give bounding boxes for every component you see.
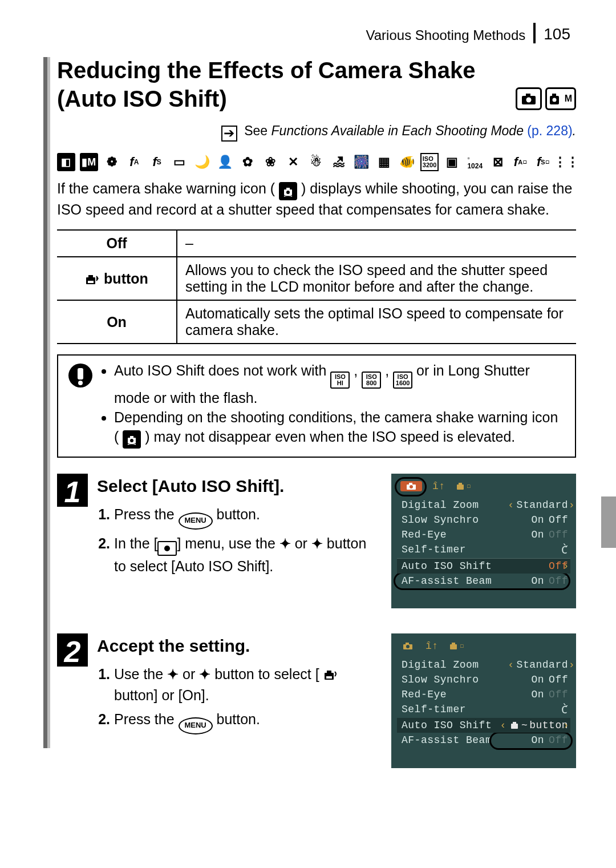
svg-rect-13 <box>78 368 83 380</box>
lcd-label: Self-timer <box>402 544 466 556</box>
note-item: Depending on the shooting conditions, th… <box>114 408 566 449</box>
lcd-label: Digital Zoom <box>402 659 479 671</box>
mode-badges: M <box>516 87 576 110</box>
note-text: , <box>354 362 362 378</box>
running-header: Various Shooting Methods 105 <box>40 23 576 43</box>
mode-icon: ▫1024 <box>466 153 484 171</box>
lcd-on: On <box>531 529 544 540</box>
note-text: Auto ISO Shift does not work with <box>114 362 330 378</box>
lcd-on: On <box>531 674 544 685</box>
table-row: Off – <box>57 230 576 257</box>
title-line-2: (Auto ISO Shift) <box>57 84 227 113</box>
print-share-icon <box>323 669 338 681</box>
see-label: See <box>244 123 268 138</box>
mode-icon: 🎆 <box>352 153 371 171</box>
mode-icon: 🌙 <box>193 153 212 171</box>
note-text: , <box>385 362 393 378</box>
mode-icon: fS <box>148 153 166 171</box>
svg-point-17 <box>130 439 133 442</box>
section-name: Various Shooting Methods <box>366 27 526 43</box>
callout-circle-tab <box>395 477 427 496</box>
svg-rect-25 <box>326 676 332 679</box>
lcd-off: Off <box>549 674 568 685</box>
substep-text: or <box>295 535 311 551</box>
rec-menu-icon <box>157 541 177 556</box>
mode-icon: ⋮⋮ <box>557 153 576 171</box>
page-edge-decoration <box>43 57 50 748</box>
svg-rect-21 <box>457 485 464 490</box>
substep-text: button. <box>217 506 260 522</box>
lcd-label: Self-timer <box>402 704 466 716</box>
substep-text: Press the <box>114 711 179 727</box>
up-arrow-icon: ✦ <box>279 536 291 551</box>
camera-shake-warning-icon <box>123 430 141 449</box>
substep-text: or <box>183 666 199 682</box>
menu-button-icon: MENU <box>179 512 213 530</box>
substep-text: In the [ <box>114 535 157 551</box>
substep-text: Press the <box>114 506 179 522</box>
svg-rect-7 <box>286 188 290 190</box>
shooting-mode-strip: ◧ ▮M ❁ fA fS ▭ 🌙 👤 ✿ ❀ ✕ ☃ 🏖 🎆 ▦ 🐠 ISO32… <box>57 151 576 173</box>
mode-icon: fS▫ <box>534 153 552 171</box>
substep-text: ] menu, use the <box>177 535 279 551</box>
page-title: Reducing the Effects of Camera Shake (Au… <box>40 56 576 113</box>
lcd-tab-tools-icon: î↑ <box>432 481 445 492</box>
svg-rect-32 <box>513 722 516 724</box>
lcd-label: Slow Synchro <box>402 674 479 685</box>
right-arrow-icon: ✦ <box>199 667 210 682</box>
lcd-tab-print-icon: ☐ <box>456 482 471 490</box>
lcd-label: Digital Zoom <box>402 499 479 511</box>
lcd-timer-icon: Ƈ̀ <box>562 704 568 716</box>
substep-text: Use the <box>114 666 167 682</box>
option-val-button: Allows you to check the ISO speed and th… <box>177 257 576 300</box>
lcd-off: Off <box>549 529 568 540</box>
mode-icon: ❁ <box>103 153 121 171</box>
svg-rect-10 <box>88 275 93 278</box>
substep: Press the MENU button. <box>114 504 380 529</box>
svg-rect-27 <box>406 643 409 645</box>
option-key-button-text: button <box>100 271 148 286</box>
lcd-off: Off <box>549 689 568 700</box>
mode-icon: ✿ <box>239 153 257 171</box>
lcd-screenshot-2: î↑ ☐ Digital Zoom‹Standard› Slow Synchro… <box>391 633 576 768</box>
print-share-icon <box>85 274 100 285</box>
note-item: Auto ISO Shift does not work with ISOHI … <box>114 361 566 408</box>
side-thumb-tab <box>601 496 616 548</box>
lcd-tab-rec-icon <box>400 641 415 651</box>
svg-rect-30 <box>452 643 455 645</box>
steps-list: 1 Select [Auto ISO Shift]. Press the MEN… <box>57 474 576 768</box>
svg-rect-16 <box>130 436 133 438</box>
step-number: 1 <box>57 474 88 507</box>
lcd-label: AF-assist Beam <box>402 734 492 746</box>
mode-icon: ❀ <box>261 153 279 171</box>
option-val-off: – <box>177 230 576 257</box>
note-text: ) may not disappear even when the ISO sp… <box>145 429 515 445</box>
svg-rect-1 <box>526 94 530 96</box>
svg-point-2 <box>526 98 531 103</box>
svg-rect-31 <box>511 724 518 729</box>
warning-icon <box>66 361 95 390</box>
mode-icon: fA <box>125 153 143 171</box>
step-1: 1 Select [Auto ISO Shift]. Press the MEN… <box>57 474 576 608</box>
svg-point-8 <box>286 191 290 194</box>
svg-rect-22 <box>459 483 462 485</box>
header-divider <box>533 23 536 43</box>
svg-rect-24 <box>327 671 331 673</box>
mode-icon: ✕ <box>284 153 302 171</box>
step-title: Select [Auto ISO Shift]. <box>97 474 380 499</box>
mode-icon: ▭ <box>171 153 189 171</box>
options-table: Off – button Allows you to check the ISO… <box>57 229 576 344</box>
mode-icon: 🏖 <box>330 153 348 171</box>
lcd-label: Red-Eye <box>402 529 447 540</box>
lcd-label: Red-Eye <box>402 689 447 700</box>
table-row: button Allows you to check the ISO speed… <box>57 257 576 300</box>
step-title: Accept the setting. <box>97 633 380 659</box>
down-arrow-icon: ✦ <box>311 536 323 551</box>
reference-arrow-icon: ➔ <box>221 126 237 142</box>
menu-button-icon: MENU <box>179 717 213 734</box>
mode-icon: 🐠 <box>398 153 416 171</box>
mode-icon: ▣ <box>443 153 461 171</box>
iso-1600-icon: ISO1600 <box>393 372 412 389</box>
camera-shake-warning-icon <box>279 182 297 200</box>
lcd-label: Auto ISO Shift <box>402 560 492 572</box>
